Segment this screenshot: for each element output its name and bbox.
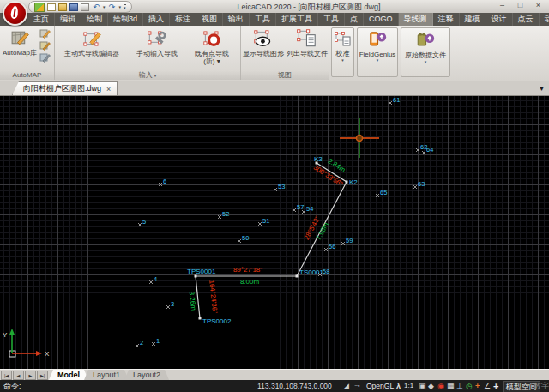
digitizer-tablet-button[interactable]: 数字平板 — [534, 380, 549, 392]
undo-icon[interactable]: ↶ — [92, 3, 100, 11]
menu-tab-16[interactable]: 建模 — [460, 13, 486, 26]
new-file-icon[interactable] — [47, 3, 56, 11]
point-marker-icon — [324, 248, 328, 251]
minimize-button[interactable]: – — [493, 0, 511, 11]
grid-icon[interactable]: ▦ — [447, 380, 455, 392]
menu-tab-18[interactable]: 点云 — [513, 13, 540, 26]
menu-tab-2[interactable]: 编辑 — [55, 13, 81, 26]
point-marker-icon — [258, 222, 262, 226]
layout-tab-layout2[interactable]: Layout2 — [124, 370, 169, 380]
show-traverse-graphics-button[interactable]: 显示导线图形 — [241, 27, 286, 69]
document-tab-close-icon[interactable]: × — [106, 85, 111, 93]
snap-icon[interactable]: ▣ — [419, 380, 426, 392]
qat-overflow-icon[interactable]: ▾ — [124, 4, 126, 10]
survey-point: 1 — [152, 337, 160, 347]
point-label: 3 — [171, 300, 174, 308]
menu-tab-14[interactable]: 导线测 — [399, 13, 433, 26]
ortho-icon[interactable]: ⊥ — [456, 380, 463, 392]
time-tracking-icon[interactable]: ◷ — [466, 380, 473, 392]
layout-nav-4[interactable]: ▶| — [37, 371, 48, 380]
undo-dropdown-icon[interactable]: ▾ — [103, 4, 106, 9]
point-marker-icon — [341, 242, 345, 245]
menu-tab-7[interactable]: 视图 — [196, 13, 223, 26]
menu-tab-15[interactable]: 注释 — [433, 13, 460, 26]
document-tab[interactable]: 向阳村棚户区测图.dwg × — [12, 81, 118, 95]
ucs-y-arrowhead — [9, 329, 15, 335]
calibrate-button[interactable]: 校准 ▾ — [331, 27, 354, 77]
menu-tab-9[interactable]: 工具 — [250, 13, 276, 26]
polar-icon[interactable]: ◆ — [428, 380, 434, 392]
menu-tab-13[interactable]: COGO — [364, 13, 399, 26]
manual-input-traverse-button[interactable]: 手动输入导线 — [129, 27, 185, 69]
layout-nav-2[interactable]: ◀ — [13, 371, 24, 380]
menu-tab-10[interactable]: 扩展工具 — [276, 13, 318, 26]
plot-icon[interactable] — [81, 3, 89, 11]
layout-nav-1[interactable]: |◀ — [1, 371, 12, 380]
crosshair-center — [357, 136, 363, 142]
leica-logo-icon[interactable] — [3, 1, 27, 26]
menu-tab-17[interactable]: 设计 — [486, 13, 513, 26]
command-input[interactable]: 命令: — [3, 380, 21, 392]
coordinates-readout[interactable]: 113.310,108.743,0.000 — [257, 380, 332, 392]
point-marker-icon — [389, 101, 392, 105]
automap-mini-buttons — [39, 27, 51, 63]
open-file-icon[interactable] — [58, 3, 67, 11]
automap-library-button[interactable]: AutoMap库 — [0, 27, 39, 69]
survey-point: 63 — [413, 180, 425, 190]
automap-manage-icon[interactable] — [39, 52, 51, 63]
angle-icon[interactable]: ∠ — [484, 380, 491, 392]
close-button[interactable]: × — [529, 0, 547, 11]
crosshair-toggle-icon[interactable]: + — [493, 380, 498, 392]
menu-tab-4[interactable]: 绘制3d — [108, 13, 143, 26]
menu-tab-3[interactable]: 绘制 — [81, 13, 108, 26]
menu-tab-19[interactable]: 动画 — [540, 13, 549, 26]
save-icon[interactable] — [69, 3, 78, 11]
list-traverse-file-button[interactable]: 列出导线文件 — [286, 27, 329, 69]
redo-icon[interactable]: ↷ — [108, 3, 117, 11]
maximize-button[interactable]: □ — [511, 0, 529, 11]
survey-point: 3 — [166, 300, 174, 310]
redo-dropdown-icon[interactable]: ▾ — [119, 4, 122, 9]
list-traverse-file-label: 列出导线文件 — [287, 50, 328, 57]
slope-mode-icon[interactable]: ◢ — [343, 380, 349, 392]
menu-tab-5[interactable]: 插入 — [143, 13, 170, 26]
point-marker-icon — [416, 148, 419, 152]
menu-tab-11[interactable]: 工具 — [318, 13, 345, 26]
calibrate-dropdown-icon[interactable]: ▾ — [341, 58, 344, 63]
survey-point: 50 — [238, 234, 249, 244]
layout-nav-3[interactable]: ▶ — [25, 371, 36, 380]
automap-edit-icon[interactable] — [39, 40, 51, 51]
point-label: 6 — [163, 178, 166, 185]
layout-nav-buttons: |◀◀▶▶| — [0, 371, 48, 380]
raw-data-file-dropdown-icon[interactable]: ▾ — [425, 60, 427, 64]
raw-data-file-button[interactable]: 原始数据文件 ▾ — [401, 27, 450, 77]
person-scale-icon[interactable]: λ — [396, 380, 401, 392]
existing-point-traverse-button[interactable]: 既有点导线 (新) ▾ — [185, 27, 238, 69]
layout-tab-layout1[interactable]: Layout1 — [84, 370, 129, 380]
active-traverse-editor-button[interactable]: 主动式导线编辑器 — [55, 27, 129, 69]
tab-overflow-icon[interactable]: ▼ — [539, 86, 545, 92]
menu-tab-1[interactable]: 主页 — [28, 13, 55, 26]
fieldgenius-button[interactable]: FieldGenius ▾ — [357, 27, 398, 77]
menu-tab-6[interactable]: 标注 — [170, 13, 196, 26]
target-icon[interactable]: + — [475, 380, 480, 392]
osnap-icon[interactable]: ◉ — [437, 380, 444, 392]
layout-tab-model[interactable]: Model — [49, 370, 88, 380]
scale-readout[interactable]: 1:1 — [404, 380, 413, 392]
group-label-input[interactable]: 输入 ▾ — [55, 70, 240, 80]
distance-annotation: 8.00m — [240, 278, 260, 286]
fieldgenius-dropdown-icon[interactable]: ▾ — [377, 58, 379, 63]
opengl-status[interactable]: OpenGL — [366, 380, 394, 392]
survey-point: 51 — [258, 217, 269, 226]
automap-layers-icon[interactable] — [39, 28, 51, 39]
point-marker-icon — [238, 239, 241, 243]
drawing-canvas[interactable]: 6162646365653575452515505956584321K3K2TS… — [0, 96, 549, 369]
menu-tab-12[interactable]: 点 — [345, 13, 364, 26]
traverse-station-label: K2 — [349, 178, 358, 186]
ribbon: AutoMap库 AutoMAP — [0, 26, 549, 81]
point-label: 58 — [323, 268, 329, 275]
menu-tab-8[interactable]: 输出 — [223, 13, 250, 26]
manual-input-traverse-label: 手动输入导线 — [136, 50, 178, 57]
workspace-icon[interactable] — [34, 3, 45, 12]
marker-mode-icon[interactable]: −▪ — [354, 380, 360, 392]
